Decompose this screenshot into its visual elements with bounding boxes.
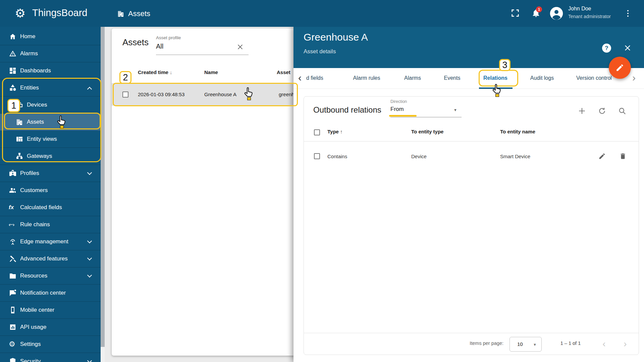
help-icon[interactable]: ? [602, 44, 611, 53]
clear-filter-icon[interactable] [236, 43, 244, 51]
column-header-type[interactable]: Type ↑ [327, 129, 343, 134]
tab-alarms[interactable]: Alarms [394, 68, 431, 88]
thingsboard-logo-icon: ⚙ [15, 7, 25, 19]
edit-fab-button[interactable] [609, 57, 631, 79]
app-header: ⚙ ThingsBoard Assets 1 John Doe Tenant a… [0, 0, 644, 27]
select-all-checkbox[interactable] [122, 71, 128, 77]
column-header-asset-profile[interactable]: Asset [277, 69, 290, 75]
page-title: Assets [128, 9, 150, 18]
avatar[interactable] [549, 6, 564, 20]
user-role: Tenant administrator [568, 14, 611, 19]
sidebar-item-settings[interactable]: ⚙ Settings [0, 336, 101, 353]
next-page-icon[interactable]: › [620, 336, 630, 352]
chevron-up-icon [87, 87, 92, 92]
sidebar-item-profiles[interactable]: Profiles [0, 165, 101, 182]
sidebar-item-gateways[interactable]: Gateways [0, 148, 101, 165]
dashboards-icon [9, 67, 17, 75]
previous-page-icon[interactable]: ‹ [599, 336, 609, 352]
direction-select-label: Direction [390, 99, 407, 104]
sidebar-item-entity-views[interactable]: Entity views [0, 131, 101, 148]
sidebar-item-resources[interactable]: Resources [0, 267, 101, 285]
divider [304, 141, 639, 141]
relations-section-title: Outbound relations [313, 105, 381, 115]
fullscreen-icon[interactable] [511, 8, 521, 19]
filter-underline [156, 55, 249, 55]
gateways-icon [15, 152, 23, 160]
sidebar-item-home[interactable]: Home [0, 28, 101, 45]
scrollbar-thumb[interactable] [101, 27, 105, 347]
tab-calculated-fields[interactable]: d fields [306, 68, 323, 88]
divider [304, 333, 639, 333]
refresh-icon[interactable] [598, 107, 606, 115]
sidebar-item-notification-center[interactable]: Notification center [0, 285, 101, 302]
dropdown-arrow-icon: ▼ [533, 343, 537, 347]
edit-pencil-icon[interactable] [598, 153, 606, 160]
notification-count-badge: 1 [536, 6, 542, 12]
sidebar-item-advanced-features[interactable]: Advanced features [0, 250, 101, 267]
details-tabbar: ‹ d fields Alarm rules Alarms Events Rel… [293, 68, 644, 89]
sidebar-item-api-usage[interactable]: API usage [0, 319, 101, 336]
buildings-icon [15, 118, 23, 126]
chevron-down-icon [87, 256, 92, 260]
table-row-greenhouse-a[interactable]: 2026-01-03 09:48:53 Greenhouse A greenh [112, 83, 296, 106]
kebab-menu-icon[interactable] [625, 9, 631, 18]
page-buildings-icon [117, 10, 125, 18]
sidebar-item-security[interactable]: Security [0, 353, 101, 362]
sidebar-item-rule-chains[interactable]: ‹··› Rule chains [0, 216, 101, 233]
dropdown-arrow-icon[interactable]: ▼ [453, 108, 457, 112]
items-per-page-select[interactable]: 10 ▼ [509, 337, 542, 352]
items-per-page-label: Items per page: [457, 341, 503, 346]
column-header-to-entity-type[interactable]: To entity type [411, 129, 443, 134]
alarm-triangle-icon [9, 50, 17, 58]
direction-select-value[interactable]: From [390, 106, 404, 113]
column-header-name[interactable]: Name [204, 69, 218, 75]
column-header-to-entity-name[interactable]: To entity name [500, 129, 535, 134]
sidebar-item-customers[interactable]: Customers [0, 182, 101, 199]
sidebar-item-devices[interactable]: Devices [0, 97, 101, 114]
sidebar: Home Alarms Dashboards Entities Devices … [0, 27, 105, 362]
cell-asset-profile: greenh [279, 83, 294, 106]
assets-table-panel: Assets Asset profile All Created time ↓ … [112, 28, 296, 356]
drawer-header: Greenhouse A Asset details ? [293, 27, 644, 68]
sidebar-item-mobile-center[interactable]: Mobile center [0, 302, 101, 319]
sidebar-item-dashboards[interactable]: Dashboards [0, 62, 101, 79]
asset-profile-filter-value[interactable]: All [156, 43, 163, 50]
cell-name[interactable]: Greenhouse A [204, 83, 236, 106]
entity-views-icon [15, 135, 23, 143]
close-icon[interactable] [624, 44, 632, 52]
delete-trash-icon[interactable] [619, 153, 627, 160]
tabs-scroll-right-icon[interactable]: › [632, 68, 636, 87]
user-name: John Doe [568, 6, 591, 12]
phone-icon [9, 306, 17, 314]
entities-shapes-icon [9, 84, 17, 92]
assets-panel-title: Assets [122, 37, 149, 48]
drawer-subtitle: Asset details [304, 48, 336, 55]
relations-select-all-checkbox[interactable] [314, 129, 320, 135]
row-checkbox[interactable] [122, 92, 128, 98]
sidebar-item-alarms[interactable]: Alarms [0, 45, 101, 62]
asset-profile-filter-label: Asset profile [156, 35, 181, 40]
relation-row-contains[interactable]: Contains Device Smart Device [304, 144, 639, 169]
sidebar-item-edge-management[interactable]: Edge management [0, 233, 101, 250]
notifications-bell-icon[interactable]: 1 [531, 8, 542, 19]
add-relation-icon[interactable] [578, 107, 586, 115]
column-header-created-time[interactable]: Created time ↓ [138, 69, 172, 75]
row-checkbox[interactable] [314, 153, 320, 159]
folder-icon [9, 272, 17, 280]
sidebar-item-calculated-fields[interactable]: fx Calculated fields [0, 199, 101, 216]
tab-audit-logs[interactable]: Audit logs [523, 68, 561, 88]
profiles-badge-icon [9, 169, 17, 177]
tab-events[interactable]: Events [434, 68, 470, 88]
tabs-scroll-left-icon[interactable]: ‹ [298, 68, 302, 87]
sidebar-item-entities[interactable]: Entities [0, 79, 101, 97]
notification-bubble-icon [9, 289, 17, 297]
tab-alarm-rules[interactable]: Alarm rules [347, 68, 386, 88]
sidebar-scrollbar[interactable] [101, 27, 105, 362]
sidebar-item-assets[interactable]: Assets [0, 114, 101, 131]
tab-relations[interactable]: Relations [476, 68, 515, 88]
cell-to-entity-name-link[interactable]: Smart Device [500, 144, 530, 169]
antenna-icon [9, 238, 17, 246]
search-icon[interactable] [618, 107, 627, 115]
direction-highlight-marker [389, 115, 417, 117]
chevron-down-icon [87, 358, 92, 362]
